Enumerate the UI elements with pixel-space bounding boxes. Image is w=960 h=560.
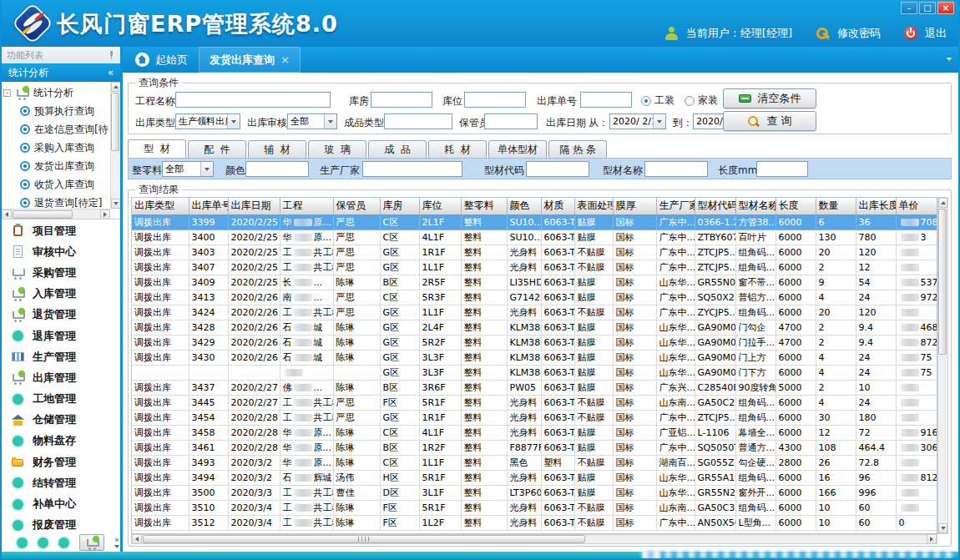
material-tab[interactable]: 成 品 (368, 140, 427, 158)
module-item[interactable]: 入库管理 (2, 284, 120, 305)
module-item[interactable]: 报废管理 (2, 515, 120, 533)
profile-name-input[interactable] (644, 161, 708, 177)
clear-conditions-button[interactable]: 清空条件 (723, 88, 816, 108)
column-header[interactable]: 出库日期 (228, 198, 280, 214)
column-header[interactable]: 库位 (419, 198, 461, 214)
cart-module-button[interactable] (79, 534, 104, 551)
material-tab[interactable]: 型 材 (128, 139, 186, 158)
out-type-select[interactable]: 生产领料出库 (175, 114, 240, 129)
logout-link[interactable]: 退出 (925, 26, 947, 41)
module-item[interactable]: 出库管理 (2, 367, 120, 388)
table-row[interactable]: 调拨出库34092020/2/25长...陈琳B区2R5F整料LI35HD606… (132, 275, 937, 290)
maximize-button[interactable]: □ (919, 2, 936, 14)
table-row[interactable]: 调拨出库34372020/2/27佛...陈琳B区3R6F整料PW056063-… (132, 380, 937, 395)
column-header[interactable]: 库房 (380, 198, 419, 214)
close-button[interactable]: × (937, 2, 954, 14)
column-header[interactable]: 膜厚 (613, 198, 656, 214)
tree-root-statistics[interactable]: -统计分析 (3, 83, 110, 102)
module-dot-icon[interactable] (17, 537, 28, 548)
module-item[interactable]: 仓储管理 (2, 410, 120, 431)
column-header[interactable]: 型材名称 (735, 198, 776, 214)
search-button[interactable]: 查 询 (723, 111, 816, 131)
out-audit-select[interactable]: 全部 (287, 114, 337, 129)
table-row[interactable]: 调拨出库34292020/2/26石城陈琳G区5R2F整料KLM38176063… (132, 335, 937, 350)
minimize-button[interactable]: – (901, 2, 917, 14)
material-tab[interactable]: 隔 热 条 (548, 140, 607, 158)
column-header[interactable]: 长度 (776, 198, 816, 214)
module-item[interactable]: 项目管理 (2, 220, 120, 241)
collapse-icon[interactable]: « (108, 67, 114, 78)
manufacturer-input[interactable] (362, 161, 462, 177)
table-row[interactable]: 调拨出库34282020/2/26石城陈琳G区2L4F整料KLM38176063… (132, 320, 937, 335)
table-row[interactable]: 调拨出库34002020/2/25华原...严思C区4L1F整料SU10...6… (132, 230, 937, 245)
radio-jiazhuang[interactable]: 家装 (685, 93, 718, 108)
material-tab[interactable]: 耗 材 (428, 140, 487, 158)
table-row[interactable]: 调拨出库34452020/2/27工共工程严思F区5R1F整料光身料6063-T… (132, 395, 937, 410)
module-item[interactable]: 物料盘存 (2, 431, 120, 452)
change-password-link[interactable]: 修改密码 (837, 26, 881, 41)
table-row[interactable]: 调拨出库34612020/2/28华原...陈琳B区1R2F整料F8877FT6… (132, 440, 937, 455)
table-row[interactable]: 调拨出库34032020/2/25工共工程严思G区1R1F整料光身料6063-T… (132, 245, 937, 260)
tree-item[interactable]: 在途信息查询[待 (3, 120, 110, 139)
tree-item[interactable]: 发货出库查询 (3, 157, 110, 175)
length-input[interactable] (756, 161, 808, 177)
table-row[interactable]: 调拨出库34072020/2/25工共工程严思G区1L1F整料光身料6063-T… (132, 260, 937, 275)
table-row[interactable]: 调拨出库35122020/3/4工共工程陈琳F区1L2F整料光身料6063-T5… (132, 515, 937, 530)
table-row[interactable]: G区3L3F整料KLM38176063-T5贴膜国标山东华...GA90M09.… (132, 365, 937, 380)
color-input[interactable] (245, 161, 309, 177)
module-item[interactable]: 补单中心 (2, 493, 120, 514)
column-header[interactable]: 保管员 (333, 198, 380, 214)
module-item[interactable]: 生产管理 (2, 346, 120, 367)
radio-gongzhuang[interactable]: 工装 (641, 93, 675, 108)
tree-vertical-scrollbar[interactable] (110, 82, 120, 209)
warehouse-input[interactable] (371, 92, 432, 108)
module-item[interactable]: 退库管理 (2, 325, 120, 346)
table-row[interactable]: 调拨出库34942020/3/2石辉城汤伟H区5R1F整料光身料6063-T5贴… (132, 470, 937, 485)
material-tab[interactable]: 单体型材 (488, 140, 547, 158)
tab-home[interactable]: 起始页 (124, 47, 199, 73)
column-header[interactable]: 工程 (280, 198, 333, 214)
table-row[interactable]: 调拨出库34132020/2/26南...严思C区5R3F整料G71422606… (132, 290, 937, 305)
material-tab[interactable]: 配 件 (188, 140, 246, 158)
module-item[interactable]: 财务管理 (2, 452, 120, 472)
module-dot-icon[interactable] (38, 537, 48, 548)
tab-close-icon[interactable]: × (280, 53, 290, 66)
tab-active-document[interactable]: 发货出库查询× (199, 47, 301, 73)
more-modules-button[interactable]: » (114, 537, 119, 548)
column-header[interactable]: 颜色 (507, 198, 541, 214)
tree-item[interactable]: 收货入库查询 (3, 175, 110, 194)
material-tab[interactable]: 辅 材 (248, 140, 306, 158)
whole-part-select[interactable]: 全部 (162, 161, 214, 177)
column-header[interactable]: 出库类型 (132, 198, 189, 214)
column-header[interactable]: 型材代码 (695, 198, 735, 214)
material-tab[interactable]: 玻 璃 (308, 140, 366, 158)
module-item[interactable]: 审核中心 (2, 241, 120, 262)
module-item[interactable]: 结转管理 (2, 472, 120, 493)
product-type-input[interactable] (384, 114, 452, 129)
column-header[interactable]: 单价 (896, 198, 937, 214)
column-header[interactable]: 出库长度 (856, 198, 896, 214)
tree-item[interactable]: 预算执行查询 (3, 102, 110, 120)
pin-icon[interactable] (107, 51, 115, 59)
project-name-input[interactable] (175, 92, 331, 108)
column-header[interactable]: 出库单号 (189, 198, 228, 214)
grid-vertical-scrollbar[interactable] (937, 197, 948, 534)
grid-horizontal-scrollbar[interactable] (131, 534, 937, 544)
table-row[interactable]: 调拨出库35002020/3/3工共工程曹佳D区3L1F整料LT3P606063… (132, 485, 937, 500)
column-header[interactable]: 数量 (816, 198, 856, 214)
module-item[interactable]: 工地管理 (2, 389, 120, 410)
order-no-input[interactable] (580, 92, 632, 108)
table-row[interactable]: 调拨出库34242020/2/26工共工程严思G区1L1F整料光身料6063-T… (132, 305, 937, 320)
stats-group-header[interactable]: 统计分析 « (2, 63, 120, 82)
table-row[interactable]: 调拨出库34542020/2/28工共工程严思G区1R1F整料光身料6063-T… (132, 410, 937, 425)
table-row[interactable]: 调拨出库34932020/3/2华原...陈琳C区1L1F整料黑色塑料不贴膜国标… (132, 455, 937, 470)
tree-item[interactable]: 退货查询[待定] (3, 194, 110, 209)
tree-item[interactable]: 采购入库查询 (3, 139, 110, 157)
table-row[interactable]: 调拨出库34302020/2/26石城陈琳G区3L3F整料KLM38176063… (132, 350, 937, 365)
module-dot-icon[interactable] (58, 537, 69, 548)
column-header[interactable]: 整零料 (461, 198, 507, 214)
column-header[interactable]: 生产厂家 (656, 198, 695, 214)
table-row[interactable]: 调拨出库34582020/2/28华原...陈琳C区4L1F整料光身料6063-… (132, 425, 937, 440)
tab-list-dropdown-icon[interactable] (947, 58, 952, 61)
date-from-picker[interactable]: 2020/ 2/16 (609, 114, 666, 129)
